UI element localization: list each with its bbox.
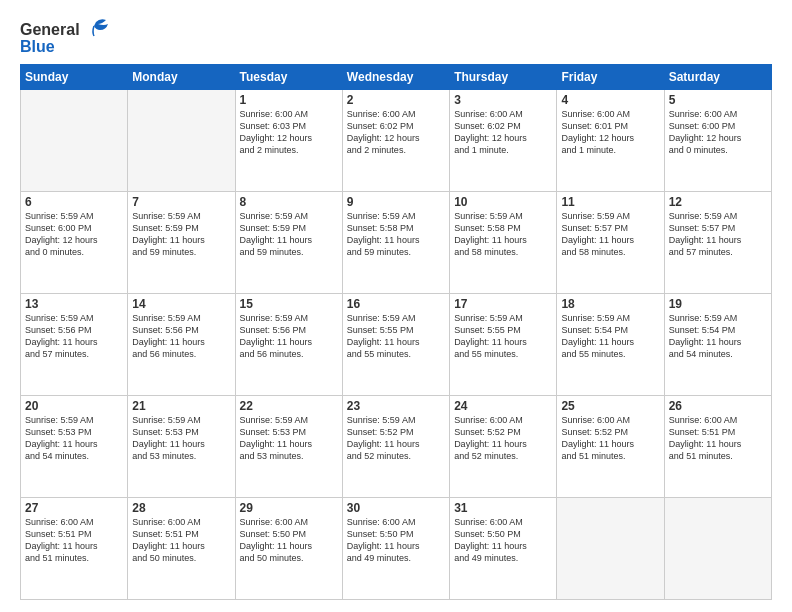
day-number: 17	[454, 297, 552, 311]
calendar-cell: 16Sunrise: 5:59 AM Sunset: 5:55 PM Dayli…	[342, 294, 449, 396]
calendar-cell: 28Sunrise: 6:00 AM Sunset: 5:51 PM Dayli…	[128, 498, 235, 600]
weekday-header-row: SundayMondayTuesdayWednesdayThursdayFrid…	[21, 65, 772, 90]
day-info: Sunrise: 6:00 AM Sunset: 5:52 PM Dayligh…	[561, 414, 659, 463]
day-info: Sunrise: 5:59 AM Sunset: 5:55 PM Dayligh…	[454, 312, 552, 361]
calendar-cell: 8Sunrise: 5:59 AM Sunset: 5:59 PM Daylig…	[235, 192, 342, 294]
calendar-cell	[664, 498, 771, 600]
day-info: Sunrise: 5:59 AM Sunset: 5:55 PM Dayligh…	[347, 312, 445, 361]
weekday-thursday: Thursday	[450, 65, 557, 90]
day-info: Sunrise: 6:00 AM Sunset: 5:50 PM Dayligh…	[454, 516, 552, 565]
day-info: Sunrise: 6:00 AM Sunset: 5:50 PM Dayligh…	[240, 516, 338, 565]
day-number: 27	[25, 501, 123, 515]
day-number: 24	[454, 399, 552, 413]
day-info: Sunrise: 5:59 AM Sunset: 5:56 PM Dayligh…	[25, 312, 123, 361]
day-info: Sunrise: 5:59 AM Sunset: 5:52 PM Dayligh…	[347, 414, 445, 463]
day-number: 29	[240, 501, 338, 515]
calendar-cell: 1Sunrise: 6:00 AM Sunset: 6:03 PM Daylig…	[235, 90, 342, 192]
calendar-cell	[557, 498, 664, 600]
day-info: Sunrise: 5:59 AM Sunset: 5:53 PM Dayligh…	[25, 414, 123, 463]
weekday-sunday: Sunday	[21, 65, 128, 90]
calendar: SundayMondayTuesdayWednesdayThursdayFrid…	[20, 64, 772, 600]
day-info: Sunrise: 5:59 AM Sunset: 6:00 PM Dayligh…	[25, 210, 123, 259]
day-number: 11	[561, 195, 659, 209]
day-number: 12	[669, 195, 767, 209]
day-number: 18	[561, 297, 659, 311]
logo-general-text: General	[20, 21, 80, 39]
day-number: 22	[240, 399, 338, 413]
day-info: Sunrise: 5:59 AM Sunset: 5:59 PM Dayligh…	[240, 210, 338, 259]
calendar-cell: 3Sunrise: 6:00 AM Sunset: 6:02 PM Daylig…	[450, 90, 557, 192]
calendar-cell: 24Sunrise: 6:00 AM Sunset: 5:52 PM Dayli…	[450, 396, 557, 498]
calendar-cell: 5Sunrise: 6:00 AM Sunset: 6:00 PM Daylig…	[664, 90, 771, 192]
day-number: 6	[25, 195, 123, 209]
weekday-saturday: Saturday	[664, 65, 771, 90]
calendar-cell: 4Sunrise: 6:00 AM Sunset: 6:01 PM Daylig…	[557, 90, 664, 192]
calendar-cell: 23Sunrise: 5:59 AM Sunset: 5:52 PM Dayli…	[342, 396, 449, 498]
calendar-cell: 30Sunrise: 6:00 AM Sunset: 5:50 PM Dayli…	[342, 498, 449, 600]
week-row-4: 27Sunrise: 6:00 AM Sunset: 5:51 PM Dayli…	[21, 498, 772, 600]
day-number: 30	[347, 501, 445, 515]
day-number: 19	[669, 297, 767, 311]
day-number: 25	[561, 399, 659, 413]
day-info: Sunrise: 5:59 AM Sunset: 5:56 PM Dayligh…	[240, 312, 338, 361]
day-info: Sunrise: 6:00 AM Sunset: 6:01 PM Dayligh…	[561, 108, 659, 157]
day-number: 9	[347, 195, 445, 209]
calendar-cell: 7Sunrise: 5:59 AM Sunset: 5:59 PM Daylig…	[128, 192, 235, 294]
calendar-cell: 25Sunrise: 6:00 AM Sunset: 5:52 PM Dayli…	[557, 396, 664, 498]
calendar-cell: 18Sunrise: 5:59 AM Sunset: 5:54 PM Dayli…	[557, 294, 664, 396]
day-info: Sunrise: 6:00 AM Sunset: 5:51 PM Dayligh…	[25, 516, 123, 565]
calendar-cell	[128, 90, 235, 192]
week-row-3: 20Sunrise: 5:59 AM Sunset: 5:53 PM Dayli…	[21, 396, 772, 498]
day-number: 20	[25, 399, 123, 413]
calendar-cell: 9Sunrise: 5:59 AM Sunset: 5:58 PM Daylig…	[342, 192, 449, 294]
day-number: 26	[669, 399, 767, 413]
calendar-cell: 17Sunrise: 5:59 AM Sunset: 5:55 PM Dayli…	[450, 294, 557, 396]
calendar-cell: 10Sunrise: 5:59 AM Sunset: 5:58 PM Dayli…	[450, 192, 557, 294]
day-info: Sunrise: 6:00 AM Sunset: 5:51 PM Dayligh…	[669, 414, 767, 463]
day-info: Sunrise: 5:59 AM Sunset: 5:58 PM Dayligh…	[347, 210, 445, 259]
day-number: 23	[347, 399, 445, 413]
weekday-monday: Monday	[128, 65, 235, 90]
calendar-cell: 11Sunrise: 5:59 AM Sunset: 5:57 PM Dayli…	[557, 192, 664, 294]
calendar-cell: 27Sunrise: 6:00 AM Sunset: 5:51 PM Dayli…	[21, 498, 128, 600]
page: General Blue SundayMondayTuesdayWednesda…	[0, 0, 792, 612]
day-info: Sunrise: 5:59 AM Sunset: 5:59 PM Dayligh…	[132, 210, 230, 259]
day-number: 8	[240, 195, 338, 209]
day-info: Sunrise: 5:59 AM Sunset: 5:53 PM Dayligh…	[240, 414, 338, 463]
day-number: 7	[132, 195, 230, 209]
day-number: 2	[347, 93, 445, 107]
calendar-cell: 20Sunrise: 5:59 AM Sunset: 5:53 PM Dayli…	[21, 396, 128, 498]
day-number: 13	[25, 297, 123, 311]
calendar-cell: 22Sunrise: 5:59 AM Sunset: 5:53 PM Dayli…	[235, 396, 342, 498]
day-number: 14	[132, 297, 230, 311]
week-row-1: 6Sunrise: 5:59 AM Sunset: 6:00 PM Daylig…	[21, 192, 772, 294]
calendar-cell: 15Sunrise: 5:59 AM Sunset: 5:56 PM Dayli…	[235, 294, 342, 396]
calendar-cell: 21Sunrise: 5:59 AM Sunset: 5:53 PM Dayli…	[128, 396, 235, 498]
day-number: 16	[347, 297, 445, 311]
calendar-cell: 2Sunrise: 6:00 AM Sunset: 6:02 PM Daylig…	[342, 90, 449, 192]
day-info: Sunrise: 6:00 AM Sunset: 6:02 PM Dayligh…	[454, 108, 552, 157]
calendar-cell: 26Sunrise: 6:00 AM Sunset: 5:51 PM Dayli…	[664, 396, 771, 498]
day-number: 5	[669, 93, 767, 107]
calendar-cell: 6Sunrise: 5:59 AM Sunset: 6:00 PM Daylig…	[21, 192, 128, 294]
day-number: 28	[132, 501, 230, 515]
calendar-cell: 14Sunrise: 5:59 AM Sunset: 5:56 PM Dayli…	[128, 294, 235, 396]
week-row-0: 1Sunrise: 6:00 AM Sunset: 6:03 PM Daylig…	[21, 90, 772, 192]
day-info: Sunrise: 5:59 AM Sunset: 5:53 PM Dayligh…	[132, 414, 230, 463]
calendar-cell	[21, 90, 128, 192]
calendar-cell: 31Sunrise: 6:00 AM Sunset: 5:50 PM Dayli…	[450, 498, 557, 600]
day-info: Sunrise: 5:59 AM Sunset: 5:57 PM Dayligh…	[561, 210, 659, 259]
logo-blue-text: Blue	[20, 38, 110, 56]
day-number: 4	[561, 93, 659, 107]
calendar-cell: 12Sunrise: 5:59 AM Sunset: 5:57 PM Dayli…	[664, 192, 771, 294]
day-number: 1	[240, 93, 338, 107]
day-info: Sunrise: 6:00 AM Sunset: 6:03 PM Dayligh…	[240, 108, 338, 157]
calendar-cell: 19Sunrise: 5:59 AM Sunset: 5:54 PM Dayli…	[664, 294, 771, 396]
day-info: Sunrise: 5:59 AM Sunset: 5:58 PM Dayligh…	[454, 210, 552, 259]
day-info: Sunrise: 6:00 AM Sunset: 5:50 PM Dayligh…	[347, 516, 445, 565]
day-number: 31	[454, 501, 552, 515]
header: General Blue	[20, 18, 772, 56]
day-number: 15	[240, 297, 338, 311]
day-info: Sunrise: 6:00 AM Sunset: 5:52 PM Dayligh…	[454, 414, 552, 463]
calendar-cell: 29Sunrise: 6:00 AM Sunset: 5:50 PM Dayli…	[235, 498, 342, 600]
